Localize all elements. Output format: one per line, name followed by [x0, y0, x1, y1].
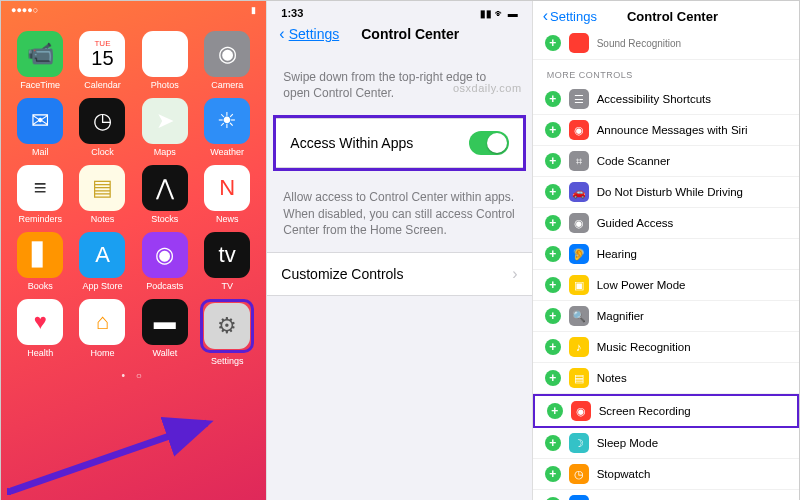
back-button[interactable]: Settings: [550, 9, 597, 24]
list-item[interactable]: +◉Guided Access: [533, 208, 799, 239]
accessibility-shortcuts-icon: ☰: [569, 89, 589, 109]
app-home[interactable]: ⌂Home: [73, 299, 131, 366]
app-stocks[interactable]: ⋀Stocks: [136, 165, 194, 224]
stopwatch-icon: ◷: [569, 464, 589, 484]
app-mail[interactable]: ✉Mail: [11, 98, 69, 157]
list-item[interactable]: +◉Announce Messages with Siri: [533, 115, 799, 146]
item-label: Code Scanner: [597, 155, 671, 167]
app-wallet[interactable]: ▬Wallet: [136, 299, 194, 366]
wallet-icon: ▬: [142, 299, 188, 345]
add-icon[interactable]: +: [545, 339, 561, 355]
back-chevron-icon[interactable]: ‹: [279, 25, 284, 43]
app-camera[interactable]: ◉Camera: [198, 31, 256, 90]
announce-messages-with-siri-icon: ◉: [569, 120, 589, 140]
back-chevron-icon[interactable]: ‹: [543, 7, 548, 25]
customize-controls-row[interactable]: Customize Controls ›: [267, 252, 531, 296]
add-icon[interactable]: +: [545, 466, 561, 482]
list-item[interactable]: +☰Accessibility Shortcuts: [533, 84, 799, 115]
list-item[interactable]: +☽Sleep Mode: [533, 428, 799, 459]
chevron-right-icon: ›: [512, 265, 517, 283]
item-label: Announce Messages with Siri: [597, 124, 748, 136]
list-item[interactable]: +▤Notes: [533, 363, 799, 394]
description-text: Swipe down from the top-right edge to op…: [267, 51, 531, 115]
add-icon[interactable]: +: [545, 370, 561, 386]
clock: 1:33: [281, 7, 303, 19]
app-label: Clock: [91, 147, 114, 157]
nav-bar: ‹ Settings Control Center: [533, 1, 799, 29]
list-item[interactable]: +◷Stopwatch: [533, 459, 799, 490]
list-item[interactable]: + Sound Recognition: [533, 29, 799, 60]
sound-recognition-icon: [569, 33, 589, 53]
add-icon[interactable]: +: [545, 122, 561, 138]
app-news[interactable]: NNews: [198, 165, 256, 224]
app-app-store[interactable]: AApp Store: [73, 232, 131, 291]
do-not-disturb-while-driving-icon: 🚗: [569, 182, 589, 202]
app-podcasts[interactable]: ◉Podcasts: [136, 232, 194, 291]
app-label: Books: [28, 281, 53, 291]
item-label: Guided Access: [597, 217, 674, 229]
list-item[interactable]: +AᴀText Size: [533, 490, 799, 500]
podcasts-icon: ◉: [142, 232, 188, 278]
add-icon[interactable]: +: [545, 435, 561, 451]
app-notes[interactable]: ▤Notes: [73, 165, 131, 224]
screen-recording-icon: ◉: [571, 401, 591, 421]
app-maps[interactable]: ➤Maps: [136, 98, 194, 157]
list-item[interactable]: +▣Low Power Mode: [533, 270, 799, 301]
add-icon[interactable]: +: [545, 35, 561, 51]
access-within-apps-highlight: Access Within Apps: [273, 115, 525, 171]
app-facetime[interactable]: 📹FaceTime: [11, 31, 69, 90]
app-weather[interactable]: ☀Weather: [198, 98, 256, 157]
app-calendar[interactable]: TUE15Calendar: [73, 31, 131, 90]
app-label: Health: [27, 348, 53, 358]
row-label: Customize Controls: [281, 266, 403, 282]
app-settings[interactable]: ⚙Settings: [198, 299, 256, 366]
add-icon[interactable]: +: [545, 184, 561, 200]
app-books[interactable]: ▋Books: [11, 232, 69, 291]
hearing-icon: 🦻: [569, 244, 589, 264]
app-label: Mail: [32, 147, 49, 157]
list-item[interactable]: +🚗Do Not Disturb While Driving: [533, 177, 799, 208]
back-button[interactable]: Settings: [289, 26, 340, 42]
books-icon: ▋: [17, 232, 63, 278]
app-label: Photos: [151, 80, 179, 90]
watermark: osxdaily.com: [453, 81, 522, 96]
facetime-icon: 📹: [17, 31, 63, 77]
sleep-mode-icon: ☽: [569, 433, 589, 453]
app-clock[interactable]: ◷Clock: [73, 98, 131, 157]
more-controls-list: ‹ Settings Control Center + Sound Recogn…: [532, 1, 799, 500]
maps-icon: ➤: [142, 98, 188, 144]
app-reminders[interactable]: ≡Reminders: [11, 165, 69, 224]
control-center-settings: 1:33 ▮▮ᯤ▬ ‹ Settings Control Center Swip…: [266, 1, 531, 500]
photos-icon: ✿: [142, 31, 188, 77]
calendar-icon: TUE15: [79, 31, 125, 77]
status-icons: ▮▮ᯤ▬: [477, 7, 518, 19]
clock-icon: ◷: [79, 98, 125, 144]
low-power-mode-icon: ▣: [569, 275, 589, 295]
app-label: Reminders: [18, 214, 62, 224]
list-item[interactable]: +⌗Code Scanner: [533, 146, 799, 177]
add-icon[interactable]: +: [545, 277, 561, 293]
add-icon[interactable]: +: [545, 153, 561, 169]
item-label: Low Power Mode: [597, 279, 686, 291]
add-icon[interactable]: +: [545, 308, 561, 324]
home-screen: ●●●●○ ▮ 📹FaceTimeTUE15Calendar✿Photos◉Ca…: [1, 1, 266, 500]
app-health[interactable]: ♥Health: [11, 299, 69, 366]
access-within-apps-row[interactable]: Access Within Apps: [276, 118, 522, 168]
add-icon[interactable]: +: [547, 403, 563, 419]
list-item[interactable]: +◉Screen Recording: [533, 394, 799, 428]
toggle-switch[interactable]: [469, 131, 509, 155]
text-size-icon: Aᴀ: [569, 495, 589, 500]
list-item[interactable]: +♪Music Recognition: [533, 332, 799, 363]
app-label: Camera: [211, 80, 243, 90]
list-item[interactable]: +🔍Magnifier: [533, 301, 799, 332]
app-photos[interactable]: ✿Photos: [136, 31, 194, 90]
app-store-icon: A: [79, 232, 125, 278]
app-tv[interactable]: tvTV: [198, 232, 256, 291]
item-label: Sleep Mode: [597, 437, 658, 449]
add-icon[interactable]: +: [545, 215, 561, 231]
add-icon[interactable]: +: [545, 91, 561, 107]
add-icon[interactable]: +: [545, 246, 561, 262]
list-item[interactable]: +🦻Hearing: [533, 239, 799, 270]
app-label: Podcasts: [146, 281, 183, 291]
app-label: Calendar: [84, 80, 121, 90]
